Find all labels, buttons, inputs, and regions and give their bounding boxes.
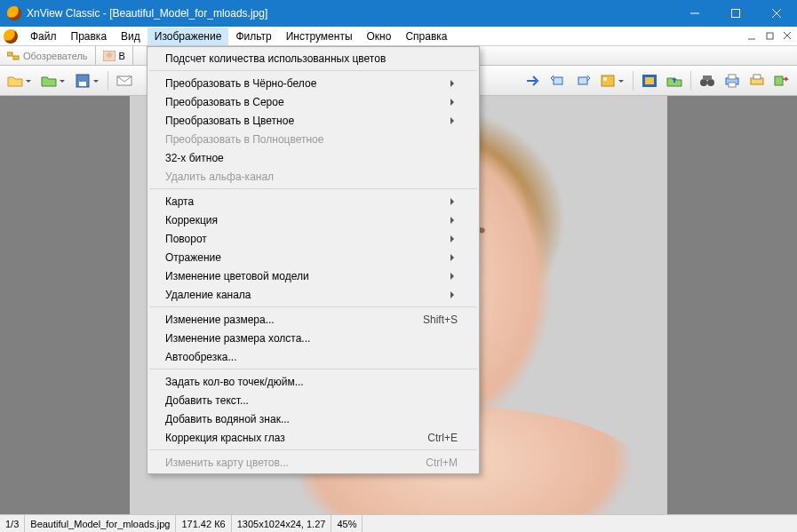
nav-next-button[interactable] — [522, 69, 545, 92]
fullscreen-button[interactable] — [638, 69, 661, 92]
folder-open-icon — [7, 74, 23, 88]
status-filesize: 171.42 К6 — [176, 515, 231, 532]
svg-rect-9 — [554, 77, 562, 84]
slideshow-button[interactable] — [663, 69, 686, 92]
svg-rect-14 — [645, 77, 654, 84]
fullscreen-icon — [642, 74, 658, 88]
tab-image[interactable]: B — [96, 46, 133, 65]
menu-item[interactable]: Преобразовать в Чёрно-белое — [147, 74, 479, 92]
mail-button[interactable] — [113, 69, 136, 92]
svg-rect-7 — [79, 82, 86, 86]
scanner-icon — [749, 74, 765, 88]
menu-item-label: 32-х битное — [165, 152, 224, 164]
scan-button[interactable] — [745, 69, 769, 92]
menu-separator — [149, 449, 477, 450]
menu-item[interactable]: Задать кол-во точек/дюйм... — [147, 372, 479, 391]
menubar: ФайлПравкаВидИзображениеФильтрИнструмент… — [0, 27, 797, 46]
status-index: 1/3 — [0, 515, 25, 532]
menu-item[interactable]: Преобразовать в Цветное — [147, 111, 479, 130]
menu-item[interactable]: Удаление канала — [147, 285, 479, 304]
menu-фильтр[interactable]: Фильтр — [228, 28, 278, 45]
menu-изображение[interactable]: Изображение — [147, 28, 229, 45]
print-button[interactable] — [721, 69, 744, 92]
browse-button[interactable] — [37, 69, 69, 92]
tab-label: Обозреватель — [23, 51, 88, 61]
svg-point-15 — [700, 79, 707, 86]
menu-item[interactable]: Коррекция красных глазCtrl+E — [147, 428, 479, 447]
menu-item[interactable]: Изменение размера холста... — [147, 329, 479, 347]
menu-item-label: Изменить карту цветов... — [165, 457, 289, 469]
image-thumb-icon — [103, 51, 116, 61]
menu-item[interactable]: Добавить водяной знак... — [147, 409, 479, 428]
binoculars-button[interactable] — [696, 69, 719, 92]
menu-item: Удалить альфа-канал — [147, 167, 479, 186]
rotate-left-icon — [550, 74, 566, 88]
menu-файл[interactable]: Файл — [23, 28, 64, 45]
menu-item-label: Преобразовать в Полноцветное — [165, 133, 323, 146]
maximize-button[interactable] — [715, 0, 756, 27]
mdi-restore-button[interactable] — [762, 28, 778, 44]
svg-rect-11 — [602, 75, 614, 86]
menu-item[interactable]: Отражение — [147, 248, 479, 266]
fit-button[interactable] — [596, 69, 628, 92]
menu-separator — [149, 306, 477, 307]
chevron-right-icon — [450, 117, 458, 124]
chevron-right-icon — [450, 273, 458, 280]
menu-item[interactable]: Автообрезка... — [147, 347, 479, 366]
menu-окно[interactable]: Окно — [360, 28, 399, 45]
menu-item[interactable]: Подсчет количества использованных цветов — [147, 49, 479, 67]
menu-item[interactable]: Коррекция — [147, 210, 479, 229]
status-dimensions: 1305x1024x24, 1.27 — [232, 515, 332, 532]
folder-up-icon — [666, 74, 682, 88]
status-bar: 1/3 Beautiful_Model_for_mloads.jpg 171.4… — [0, 514, 797, 532]
menu-item[interactable]: 32-х битное — [147, 148, 479, 167]
svg-rect-10 — [578, 77, 587, 84]
mdi-close-button[interactable] — [780, 28, 796, 44]
canvas-margin-right — [667, 96, 797, 514]
menu-item[interactable]: Карта — [147, 192, 479, 210]
floppy-icon — [75, 74, 91, 88]
mdi-minimize-button[interactable] — [745, 28, 761, 44]
menu-item: Изменить карту цветов...Ctrl+M — [147, 453, 479, 472]
menu-item-label: Коррекция — [165, 214, 218, 226]
svg-rect-1 — [767, 33, 773, 39]
convert-button[interactable] — [770, 69, 793, 92]
svg-rect-20 — [729, 83, 736, 87]
open-button[interactable] — [4, 69, 36, 92]
menu-item[interactable]: Добавить текст... — [147, 391, 479, 409]
minimize-button[interactable] — [674, 0, 715, 27]
svg-point-5 — [107, 52, 112, 58]
convert-icon — [774, 74, 790, 88]
tab-browser[interactable]: Обозреватель — [0, 46, 96, 65]
chevron-right-icon — [450, 217, 458, 224]
chevron-right-icon — [450, 291, 458, 298]
menu-item[interactable]: Поворот — [147, 229, 479, 248]
menu-item[interactable]: Изменение цветовой модели — [147, 266, 479, 285]
menu-item-label: Преобразовать в Цветное — [165, 115, 294, 127]
menu-item-label: Удаление канала — [165, 289, 251, 301]
chevron-right-icon — [450, 198, 458, 205]
menubar-app-icon — [4, 29, 18, 44]
menu-вид[interactable]: Вид — [114, 28, 147, 45]
arrow-right-icon — [525, 74, 541, 88]
menu-item-label: Автообрезка... — [165, 351, 236, 363]
rotate-left-button[interactable] — [546, 69, 570, 92]
rotate-right-button[interactable] — [571, 69, 594, 92]
svg-rect-17 — [703, 75, 712, 80]
save-button[interactable] — [71, 69, 103, 92]
close-button[interactable] — [756, 0, 797, 27]
menu-правка[interactable]: Правка — [64, 28, 115, 45]
menu-справка[interactable]: Справка — [398, 28, 454, 45]
menu-item-label: Добавить текст... — [165, 394, 249, 407]
toolbar-separator — [690, 71, 691, 91]
menu-item[interactable]: Преобразовать в Серое — [147, 92, 479, 111]
toolbar-separator — [108, 71, 108, 91]
image-fit-icon — [600, 74, 616, 88]
chevron-right-icon — [450, 254, 458, 261]
menu-инструменты[interactable]: Инструменты — [279, 28, 360, 45]
menu-item[interactable]: Изменение размера...Shift+S — [147, 310, 479, 329]
status-filename: Beautiful_Model_for_mloads.jpg — [25, 515, 176, 532]
chevron-right-icon — [450, 99, 458, 106]
printer-icon — [724, 74, 740, 88]
svg-rect-3 — [13, 56, 19, 60]
